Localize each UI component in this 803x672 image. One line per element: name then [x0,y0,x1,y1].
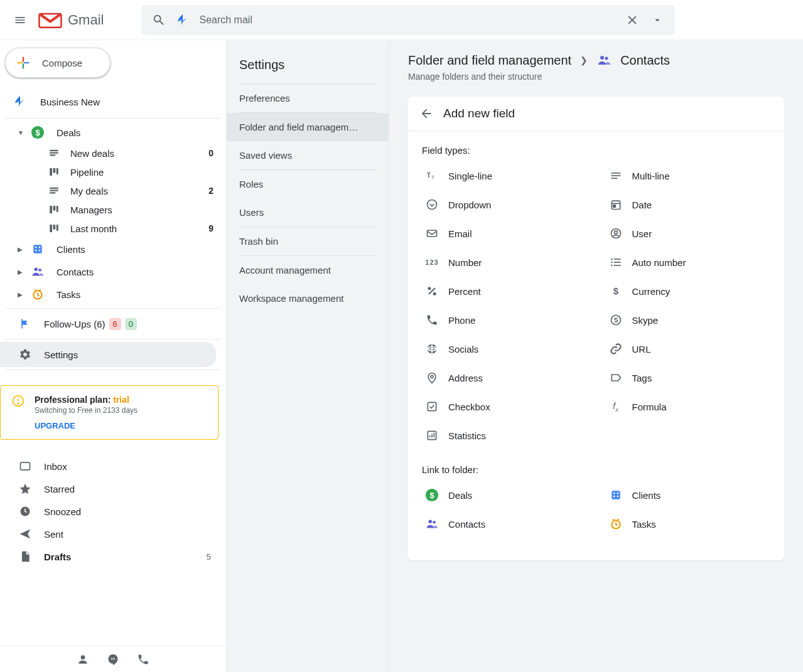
subfolder-my-deals[interactable]: My deals 2 [0,181,226,200]
settings-trash[interactable]: Trash bin [239,227,376,255]
field-type-percent[interactable]: Percent [422,280,587,302]
field-type-statistics[interactable]: Statistics [422,424,587,447]
subfolder-managers[interactable]: Managers [0,200,226,219]
field-type-tags[interactable]: Tags [606,366,771,389]
field-type-currency[interactable]: $Currency [606,280,771,302]
alert-icon [12,395,24,407]
dropdown-icon [424,197,439,212]
settings-workspace[interactable]: Workspace management [239,284,376,312]
followups-row[interactable]: Follow-Ups (6) 6 0 [0,311,226,336]
back-button[interactable] [419,107,433,120]
followups-badge-today: 0 [125,318,137,330]
svg-text:T: T [431,174,434,180]
settings-folder-management[interactable]: Folder and field managem… [227,113,389,141]
gmail-nav-inbox[interactable]: Inbox [0,455,226,477]
list-icon [46,185,62,196]
add-field-card: Add new field Field types: TTSingle-line… [408,97,784,560]
socials-icon [424,341,439,356]
field-type-skype[interactable]: SSkype [606,309,771,331]
link-folder-contacts[interactable]: Contacts [422,513,587,535]
divider [5,370,221,370]
field-type-label: Formula [632,402,667,412]
compose-button[interactable]: Compose [5,48,110,78]
gmail-nav-snoozed[interactable]: Snoozed [0,500,226,523]
folder-clients[interactable]: ▶ Clients [0,238,226,260]
person-icon[interactable] [77,653,89,666]
field-type-label: Dropdown [448,200,491,210]
search-clear-button[interactable] [620,8,645,33]
settings-users[interactable]: Users [239,198,376,227]
subfolder-last-month[interactable]: Last month 9 [0,219,226,238]
field-type-phone[interactable]: Phone [422,309,587,331]
left-sidebar: Compose Business New ▼ $ Deals New deals… [0,40,226,672]
field-type-socials[interactable]: Socials [422,338,587,360]
field-type-label: Tags [632,373,652,383]
board-icon [46,204,62,215]
field-type-user[interactable]: User [606,222,771,245]
gmail-nav-starred[interactable]: Starred [0,477,226,500]
breadcrumb-subtitle: Manage folders and their structure [408,72,784,82]
hangouts-icon[interactable] [107,653,119,666]
link-folder-clients[interactable]: Clients [606,484,771,506]
field-type-label: Single-line [448,171,492,181]
phone-icon[interactable] [137,653,149,666]
svg-text:S: S [613,317,618,324]
search-button[interactable] [146,8,171,33]
clock-icon [30,287,45,302]
field-type-label: User [632,228,652,239]
gmail-text: Gmail [68,12,104,28]
field-type-checkbox[interactable]: Checkbox [422,395,587,418]
upgrade-button[interactable]: UPGRADE [35,421,137,430]
settings-roles[interactable]: Roles [239,170,376,198]
settings-preferences[interactable]: Preferences [239,84,376,112]
gmail-nav-drafts[interactable]: Drafts 5 [0,545,226,568]
gmail-logo[interactable]: Gmail [38,11,104,29]
field-type-url[interactable]: URL [606,338,771,360]
field-type-multi-line[interactable]: Multi-line [606,164,771,187]
statistics-icon [424,428,439,443]
workspace-row[interactable]: Business New [5,88,221,115]
inbox-icon [18,460,33,472]
svg-rect-29 [21,462,30,470]
chevron-down-icon [652,14,663,26]
search-options-button[interactable] [645,8,670,33]
link-folder-deals[interactable]: $Deals [422,484,587,506]
field-type-date[interactable]: Date [606,193,771,216]
field-type-dropdown[interactable]: Dropdown [422,193,587,216]
building-icon [30,242,45,257]
field-type-address[interactable]: Address [422,366,587,389]
folder-tasks[interactable]: ▶ Tasks [0,283,226,306]
settings-account[interactable]: Account management [239,256,376,284]
gmail-nav-sent[interactable]: Sent [0,523,226,545]
svg-rect-63 [428,402,436,410]
subfolder-pipeline[interactable]: Pipeline [0,163,226,181]
field-type-single-line[interactable]: TTSingle-line [422,164,587,187]
field-type-formula[interactable]: fxFormula [606,395,771,418]
search-input[interactable] [194,14,620,26]
sidebar-settings[interactable]: Settings [0,342,216,367]
email-icon [424,226,439,241]
svg-point-28 [18,403,19,404]
tasks-icon [608,516,623,531]
folder-deals[interactable]: ▼ $ Deals [0,121,226,144]
field-type-number[interactable]: 123Number [422,251,587,274]
search-bar [141,5,675,35]
svg-rect-51 [613,265,620,266]
svg-rect-74 [617,496,618,498]
link-folder-tasks[interactable]: Tasks [606,513,771,535]
svg-rect-38 [611,178,617,179]
svg-point-45 [614,231,617,234]
svg-rect-11 [50,192,55,193]
field-type-auto-number[interactable]: Auto number [606,251,771,274]
contacts-icon [424,516,439,531]
folder-contacts[interactable]: ▶ Contacts [0,260,226,283]
star-icon [18,483,33,495]
subfolder-new-deals[interactable]: New deals 0 [0,144,226,163]
field-type-email[interactable]: Email [422,222,587,245]
menu-button[interactable] [5,5,35,35]
breadcrumb-leaf[interactable]: Contacts [620,53,670,68]
followups-label: Follow-Ups (6) [44,319,105,329]
svg-rect-20 [39,247,40,248]
breadcrumb-root[interactable]: Folder and field management [408,53,571,68]
settings-saved-views[interactable]: Saved views [239,141,376,169]
